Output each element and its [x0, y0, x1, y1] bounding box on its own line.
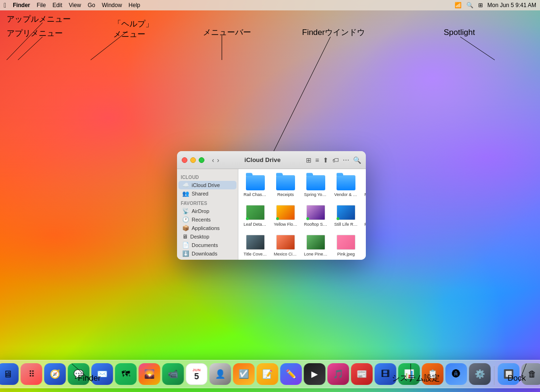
spotlight-icon[interactable]: 🔍	[466, 2, 473, 9]
annotation-apple-menu: アップルメニュー	[7, 14, 71, 25]
menubar-right: 📶 🔍 ⊞ Mon Jun 5 9:41 AM	[455, 2, 536, 9]
dock-item-trash[interactable]: 🗑	[522, 363, 540, 385]
sidebar-applications-label: Applications	[192, 225, 219, 231]
dock-item-appstore[interactable]: 🅐	[446, 363, 467, 385]
close-button[interactable]	[182, 157, 187, 163]
file-label: Title Cover.jpg	[244, 252, 267, 257]
file-item-vendor[interactable]: Vendor & Invoices	[333, 173, 359, 199]
file-item-lone-pine[interactable]: Lone Pine.jpeg	[303, 232, 329, 258]
svg-line-1	[18, 37, 42, 60]
file-item-ro2-notes[interactable]: RO.2-Notes.jpg	[363, 173, 366, 199]
file-item-leaf[interactable]: Leaf Detail.jpg	[242, 203, 269, 229]
file-grid: Rail Chasers Receipts Spring Youth Counc…	[242, 173, 362, 258]
app-menu-finder[interactable]: Finder	[13, 2, 30, 9]
finder-content: Rail Chasers Receipts Spring Youth Counc…	[238, 169, 366, 260]
dock-item-calendar[interactable]: JUN 5	[186, 363, 208, 385]
dock-item-screen[interactable]: 🔲	[498, 363, 520, 385]
action-button[interactable]: ⋯	[343, 156, 349, 164]
dock-item-pages[interactable]: 📋	[422, 363, 444, 385]
dock-container: 🖥 ⠿ 🧭 💬 ✉️ 🗺 🌄	[0, 360, 540, 388]
file-item-fall-scents[interactable]: Fall Scents Outline.pages	[363, 203, 366, 229]
menu-view[interactable]: View	[69, 2, 81, 9]
wifi-icon: 📶	[455, 2, 462, 9]
finder-nav: ‹ ›	[212, 156, 219, 164]
file-item-skater[interactable]: Skater.jpeg	[363, 232, 366, 258]
sidebar-item-recents[interactable]: 🕐 Recents	[178, 215, 236, 224]
dock-item-system-settings[interactable]: ⚙️	[469, 363, 491, 385]
sidebar-downloads-label: Downloads	[192, 251, 217, 256]
minimize-button[interactable]	[190, 157, 196, 163]
finder-window-title: iCloud Drive	[222, 156, 303, 163]
menu-help[interactable]: Help	[128, 2, 140, 9]
svg-line-4	[274, 37, 330, 151]
menu-file[interactable]: File	[37, 2, 46, 9]
file-label: Lone Pine.jpeg	[304, 252, 328, 257]
annotation-help-menu: 「ヘルプ」メニュー	[113, 19, 153, 40]
file-item-pink[interactable]: Pink.jpeg	[333, 232, 359, 258]
dock-divider	[494, 366, 495, 385]
file-label: Mexico City.jpeg	[274, 252, 297, 257]
dock-item-finder[interactable]: 🖥	[0, 363, 19, 385]
sidebar-icloud-drive-label: iCloud Drive	[192, 182, 220, 188]
dock-item-numbers[interactable]: 📊	[398, 363, 420, 385]
file-item-rail-chasers[interactable]: Rail Chasers	[242, 173, 269, 199]
dock-item-maps[interactable]: 🗺	[115, 363, 137, 385]
dock-item-reminders[interactable]: ☑️	[233, 363, 255, 385]
sidebar-item-shared[interactable]: 👥 Shared	[178, 189, 236, 198]
dock-item-keynote[interactable]: 🎞	[375, 363, 397, 385]
file-label: RO.2-Notes.jpg	[364, 192, 366, 197]
controlcenter-icon[interactable]: ⊞	[478, 2, 483, 9]
shared-icon: 👥	[182, 190, 189, 197]
forward-button[interactable]: ›	[217, 156, 219, 164]
sidebar-item-airdrop[interactable]: 📡 AirDrop	[178, 207, 236, 215]
sidebar-airdrop-label: AirDrop	[192, 208, 209, 214]
dock-item-facetime[interactable]: 📹	[162, 363, 184, 385]
share-button[interactable]: ⬆	[323, 156, 329, 164]
file-item-rooftop[interactable]: Rooftop Shoot.jpg	[303, 203, 329, 229]
dock-item-music[interactable]: 🎵	[328, 363, 349, 385]
view-grid-button[interactable]: ⊞	[306, 156, 312, 164]
file-item-still-life[interactable]: Still Life Reference.jpg	[333, 203, 359, 229]
dock-item-freeform[interactable]: ✏️	[280, 363, 302, 385]
dock-item-notes[interactable]: 📝	[257, 363, 278, 385]
finder-titlebar: ‹ › iCloud Drive ⊞ ≡ ⬆ 🏷 ⋯ 🔍	[177, 151, 366, 169]
sidebar-favorites-label: Favorites	[177, 200, 238, 207]
dock-item-launchpad[interactable]: ⠿	[21, 363, 42, 385]
file-item-mexico-city[interactable]: Mexico City.jpeg	[272, 232, 299, 258]
dock: 🖥 ⠿ 🧭 💬 ✉️ 🗺 🌄	[0, 360, 540, 388]
file-item-yellow-flower[interactable]: Yellow Flower.jpg	[272, 203, 299, 229]
dock-item-contacts[interactable]: 👤	[210, 363, 231, 385]
dock-item-news[interactable]: 📰	[351, 363, 373, 385]
sidebar-item-icloud-drive[interactable]: ☁️ iCloud Drive	[178, 181, 236, 189]
file-label: Rail Chasers	[244, 192, 267, 197]
file-label: Yellow Flower.jpg	[274, 222, 297, 227]
menu-window[interactable]: Window	[102, 2, 122, 9]
view-list-button[interactable]: ≡	[315, 156, 319, 164]
menu-go[interactable]: Go	[88, 2, 95, 9]
file-item-title-cover[interactable]: Title Cover.jpg	[242, 232, 269, 258]
sidebar-item-downloads[interactable]: ⬇️ Downloads	[178, 249, 236, 258]
dock-item-safari[interactable]: 🧭	[44, 363, 66, 385]
file-item-spring-youth[interactable]: Spring Youth Council	[303, 173, 329, 199]
tag-button[interactable]: 🏷	[332, 156, 339, 164]
fullscreen-button[interactable]	[199, 157, 204, 163]
apple-menu[interactable]: 	[4, 1, 6, 9]
menu-edit[interactable]: Edit	[52, 2, 62, 9]
sidebar-icloud-label: iCloud	[177, 174, 238, 181]
dock-item-photos[interactable]: 🌄	[139, 363, 160, 385]
sidebar-item-documents[interactable]: 📄 Documents	[178, 241, 236, 249]
file-label: Spring Youth Council	[304, 192, 328, 197]
recents-icon: 🕐	[182, 216, 189, 223]
sidebar-item-applications[interactable]: 📦 Applications	[178, 224, 236, 232]
dock-item-mail[interactable]: ✉️	[92, 363, 113, 385]
sidebar-desktop-label: Desktop	[190, 234, 209, 239]
back-button[interactable]: ‹	[212, 156, 214, 164]
file-item-receipts[interactable]: Receipts	[272, 173, 299, 199]
menubar:  Finder File Edit View Go Window Help 📶…	[0, 0, 540, 10]
finder-body: iCloud ☁️ iCloud Drive 👥 Shared Favorite…	[177, 169, 366, 260]
dock-item-appletv[interactable]: ▶	[304, 363, 326, 385]
dock-item-messages[interactable]: 💬	[68, 363, 90, 385]
downloads-icon: ⬇️	[182, 250, 189, 257]
search-button[interactable]: 🔍	[353, 156, 361, 164]
sidebar-item-desktop[interactable]: 🖥 Desktop	[178, 232, 236, 241]
